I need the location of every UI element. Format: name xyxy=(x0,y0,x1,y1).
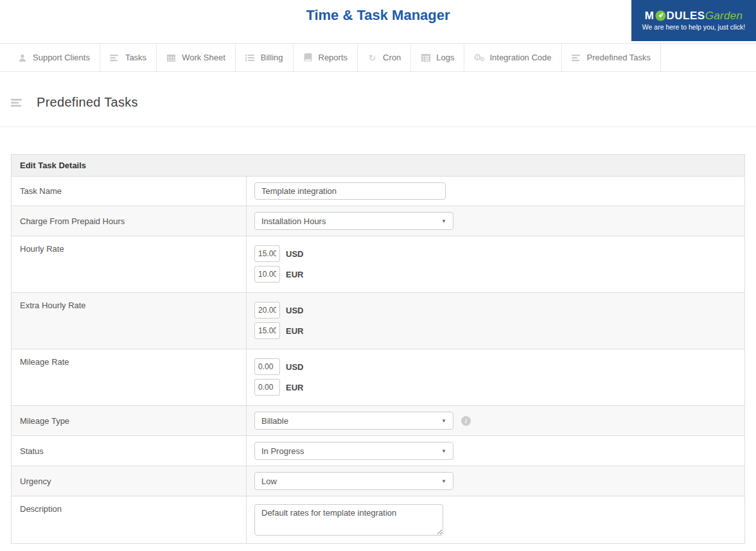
chevron-down-icon: ▼ xyxy=(441,418,446,424)
extra-hourly-rate-usd-input[interactable] xyxy=(254,302,280,319)
book-icon xyxy=(303,53,313,62)
nav-item-label: Billing xyxy=(261,53,283,62)
nav-item-support-clients[interactable]: Support Clients xyxy=(8,44,100,71)
field-label: Description xyxy=(12,496,247,544)
nav-item-reports[interactable]: Reports xyxy=(294,44,358,71)
table-row-mileage-type: Mileage Type Billable ▼ i xyxy=(12,406,745,436)
table-row-hourly-rate: Hourly Rate USD EUR xyxy=(12,236,745,293)
nav-item-billing[interactable]: Billing xyxy=(236,44,294,71)
task-name-input[interactable] xyxy=(254,182,446,200)
urgency-select[interactable]: Low ▼ xyxy=(254,472,453,490)
table-row-charge-from-prepaid-hours: Charge From Prepaid Hours Installation H… xyxy=(12,206,745,236)
table-row-description: Description Default rates for template i… xyxy=(12,496,745,544)
mileage-rate-eur-input[interactable] xyxy=(254,379,280,396)
mileage-rate-usd-input[interactable] xyxy=(254,358,280,375)
nav-item-work-sheet[interactable]: Work Sheet xyxy=(157,44,236,71)
nav-item-label: Tasks xyxy=(125,53,146,62)
table-header-row: Edit Task Details xyxy=(12,155,745,177)
hourly-rate-eur-input[interactable] xyxy=(254,266,280,283)
logo-brand-secondary: Garden xyxy=(705,10,743,21)
nav-item-cron[interactable]: ↻ Cron xyxy=(358,44,411,71)
edit-task-details-table: Edit Task Details Task Name Charge From … xyxy=(11,154,745,544)
field-label: Mileage Rate xyxy=(12,349,247,406)
nav-item-label: Work Sheet xyxy=(182,53,225,62)
chevron-down-icon: ▼ xyxy=(441,218,446,224)
table-row-urgency: Urgency Low ▼ xyxy=(12,466,745,496)
currency-label: EUR xyxy=(286,383,303,392)
form-section-title: Edit Task Details xyxy=(12,155,745,177)
currency-label: USD xyxy=(286,362,303,372)
nav-item-logs[interactable]: Logs xyxy=(411,44,464,71)
field-label: Mileage Type xyxy=(12,406,247,436)
info-icon[interactable]: i xyxy=(461,416,471,426)
field-label: Urgency xyxy=(12,466,247,496)
table-row-task-name: Task Name xyxy=(12,177,745,206)
table-row-extra-hourly-rate: Extra Hourly Rate USD EUR xyxy=(12,293,745,349)
select-value: Low xyxy=(261,477,441,486)
list-alt-icon xyxy=(421,54,430,62)
table-row-status: Status In Progress ▼ xyxy=(12,436,745,466)
gears-icon: ⚙⚙ xyxy=(474,53,484,62)
nav-item-label: Logs xyxy=(436,53,454,62)
modulesgarden-rocket-icon xyxy=(655,10,666,21)
nav-item-integration-code[interactable]: ⚙⚙ Integration Code xyxy=(464,44,561,71)
currency-label: USD xyxy=(286,306,303,315)
nav-item-predefined-tasks[interactable]: Predefined Tasks xyxy=(562,44,662,71)
chevron-down-icon: ▼ xyxy=(441,448,446,454)
chevron-down-icon: ▼ xyxy=(441,478,446,484)
nav-item-label: Support Clients xyxy=(33,53,90,62)
nav-item-tasks[interactable]: Tasks xyxy=(100,44,157,71)
field-label: Charge From Prepaid Hours xyxy=(12,206,247,236)
page-title: Predefined Tasks xyxy=(37,95,138,110)
bullet-list-icon xyxy=(245,54,255,62)
currency-label: EUR xyxy=(286,326,303,336)
nav-item-label: Integration Code xyxy=(489,53,551,62)
app-header: Time & Task Manager M DULESGarden We are… xyxy=(0,0,756,44)
field-label: Status xyxy=(12,436,247,466)
nav-item-label: Reports xyxy=(319,53,348,62)
status-select[interactable]: In Progress ▼ xyxy=(254,442,453,460)
currency-label: EUR xyxy=(286,270,303,279)
field-label: Task Name xyxy=(12,177,247,206)
modulesgarden-logo[interactable]: M DULESGarden We are here to help you, j… xyxy=(631,0,756,41)
mileage-type-select[interactable]: Billable ▼ xyxy=(254,412,453,430)
logo-brand-suffix: DULES xyxy=(667,10,705,21)
select-value: Billable xyxy=(261,416,441,426)
field-label: Hourly Rate xyxy=(12,236,247,293)
table-row-mileage-rate: Mileage Rate USD EUR xyxy=(12,349,745,406)
select-value: In Progress xyxy=(261,446,441,456)
logo-tagline: We are here to help you, just click! xyxy=(642,23,745,31)
nav-item-label: Predefined Tasks xyxy=(587,53,651,62)
nav-item-label: Cron xyxy=(383,53,401,62)
field-label: Extra Hourly Rate xyxy=(12,293,247,349)
calendar-icon xyxy=(166,53,176,62)
extra-hourly-rate-eur-input[interactable] xyxy=(254,322,280,339)
module-nav-bar: Support Clients Tasks Work Sheet Billing… xyxy=(0,44,756,72)
charge-from-prepaid-hours-select[interactable]: Installation Hours ▼ xyxy=(254,212,453,230)
task-lines-icon xyxy=(11,98,22,107)
refresh-icon: ↻ xyxy=(367,53,377,62)
select-value: Installation Hours xyxy=(261,216,441,226)
task-lines-icon xyxy=(572,54,581,62)
logo-brand-prefix: M xyxy=(645,10,655,21)
task-lines-icon xyxy=(110,54,119,62)
description-textarea[interactable]: Default rates for template integration xyxy=(254,504,443,536)
hourly-rate-usd-input[interactable] xyxy=(254,245,280,262)
user-icon xyxy=(17,53,27,62)
logo-brand-line: M DULESGarden xyxy=(645,10,743,21)
currency-label: USD xyxy=(286,249,303,259)
page-heading: Predefined Tasks xyxy=(0,72,756,127)
